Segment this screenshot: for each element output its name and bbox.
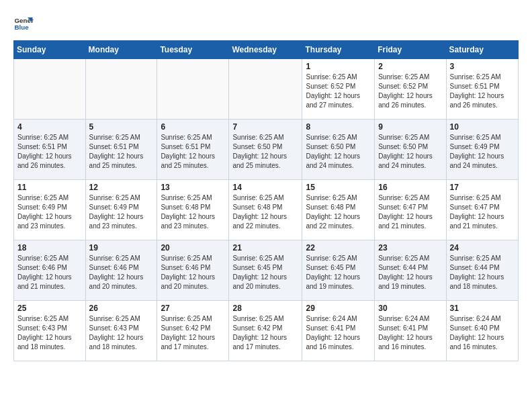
- day-cell: 12Sunrise: 6:25 AMSunset: 6:49 PMDayligh…: [85, 180, 157, 240]
- day-info: Sunrise: 6:25 AMSunset: 6:46 PMDaylight:…: [17, 254, 82, 291]
- day-number: 27: [161, 304, 225, 313]
- day-info: Sunrise: 6:25 AMSunset: 6:49 PMDaylight:…: [17, 193, 82, 231]
- day-cell: 5Sunrise: 6:25 AMSunset: 6:51 PMDaylight…: [85, 120, 157, 180]
- day-number: 26: [89, 304, 154, 313]
- day-cell: 14Sunrise: 6:25 AMSunset: 6:48 PMDayligh…: [229, 180, 302, 240]
- day-cell: 22Sunrise: 6:25 AMSunset: 6:45 PMDayligh…: [302, 240, 375, 301]
- day-cell: 24Sunrise: 6:25 AMSunset: 6:44 PMDayligh…: [446, 240, 518, 301]
- header-cell-saturday: Saturday: [446, 41, 518, 59]
- day-cell: [14, 59, 86, 120]
- day-number: 25: [17, 304, 82, 313]
- day-cell: 21Sunrise: 6:25 AMSunset: 6:45 PMDayligh…: [229, 240, 302, 301]
- day-info: Sunrise: 6:24 AMSunset: 6:41 PMDaylight:…: [378, 314, 442, 352]
- day-cell: 23Sunrise: 6:25 AMSunset: 6:44 PMDayligh…: [375, 240, 446, 301]
- day-cell: 9Sunrise: 6:25 AMSunset: 6:50 PMDaylight…: [375, 120, 446, 180]
- day-info: Sunrise: 6:25 AMSunset: 6:51 PMDaylight:…: [450, 73, 515, 110]
- header-cell-sunday: Sunday: [14, 41, 86, 59]
- week-row-3: 11Sunrise: 6:25 AMSunset: 6:49 PMDayligh…: [14, 180, 519, 240]
- calendar-table: SundayMondayTuesdayWednesdayThursdayFrid…: [13, 40, 519, 361]
- day-info: Sunrise: 6:24 AMSunset: 6:41 PMDaylight:…: [306, 314, 371, 352]
- day-number: 23: [378, 243, 442, 253]
- day-cell: 10Sunrise: 6:25 AMSunset: 6:49 PMDayligh…: [446, 120, 518, 180]
- day-number: 16: [378, 183, 442, 192]
- day-cell: 6Sunrise: 6:25 AMSunset: 6:51 PMDaylight…: [157, 120, 229, 180]
- header-cell-tuesday: Tuesday: [157, 41, 229, 59]
- day-number: 13: [161, 183, 225, 192]
- day-number: 18: [17, 243, 82, 253]
- day-cell: 28Sunrise: 6:25 AMSunset: 6:42 PMDayligh…: [229, 301, 302, 361]
- day-number: 6: [161, 122, 225, 132]
- day-info: Sunrise: 6:25 AMSunset: 6:42 PMDaylight:…: [161, 314, 225, 352]
- day-info: Sunrise: 6:25 AMSunset: 6:51 PMDaylight:…: [17, 133, 82, 171]
- day-cell: 19Sunrise: 6:25 AMSunset: 6:46 PMDayligh…: [85, 240, 157, 301]
- day-number: 9: [378, 122, 442, 132]
- day-cell: 31Sunrise: 6:24 AMSunset: 6:40 PMDayligh…: [446, 301, 518, 361]
- day-cell: 7Sunrise: 6:25 AMSunset: 6:50 PMDaylight…: [229, 120, 302, 180]
- day-number: 29: [306, 304, 371, 313]
- day-info: Sunrise: 6:25 AMSunset: 6:45 PMDaylight:…: [306, 254, 371, 291]
- day-cell: 16Sunrise: 6:25 AMSunset: 6:47 PMDayligh…: [375, 180, 446, 240]
- day-info: Sunrise: 6:25 AMSunset: 6:51 PMDaylight:…: [89, 133, 154, 171]
- header-cell-thursday: Thursday: [302, 41, 375, 59]
- day-number: 24: [450, 243, 515, 253]
- day-number: 21: [232, 243, 298, 253]
- day-cell: 1Sunrise: 6:25 AMSunset: 6:52 PMDaylight…: [302, 59, 375, 120]
- day-number: 30: [378, 304, 442, 313]
- day-info: Sunrise: 6:25 AMSunset: 6:50 PMDaylight:…: [378, 133, 442, 171]
- day-info: Sunrise: 6:25 AMSunset: 6:52 PMDaylight:…: [378, 73, 442, 110]
- day-cell: 8Sunrise: 6:25 AMSunset: 6:50 PMDaylight…: [302, 120, 375, 180]
- day-info: Sunrise: 6:25 AMSunset: 6:50 PMDaylight:…: [306, 133, 371, 171]
- header-cell-wednesday: Wednesday: [229, 41, 302, 59]
- day-info: Sunrise: 6:25 AMSunset: 6:45 PMDaylight:…: [232, 254, 298, 291]
- day-number: 15: [306, 183, 371, 192]
- day-info: Sunrise: 6:25 AMSunset: 6:44 PMDaylight:…: [378, 254, 442, 291]
- day-cell: 15Sunrise: 6:25 AMSunset: 6:48 PMDayligh…: [302, 180, 375, 240]
- day-info: Sunrise: 6:25 AMSunset: 6:47 PMDaylight:…: [378, 193, 442, 231]
- day-number: 11: [17, 183, 82, 192]
- day-number: 10: [450, 122, 515, 132]
- day-number: 7: [232, 122, 298, 132]
- day-number: 17: [450, 183, 515, 192]
- day-info: Sunrise: 6:25 AMSunset: 6:44 PMDaylight:…: [450, 254, 515, 291]
- day-number: 1: [306, 62, 371, 71]
- header-row: SundayMondayTuesdayWednesdayThursdayFrid…: [14, 41, 519, 59]
- day-cell: [229, 59, 302, 120]
- day-info: Sunrise: 6:25 AMSunset: 6:47 PMDaylight:…: [450, 193, 515, 231]
- day-cell: 25Sunrise: 6:25 AMSunset: 6:43 PMDayligh…: [14, 301, 86, 361]
- day-cell: 27Sunrise: 6:25 AMSunset: 6:42 PMDayligh…: [157, 301, 229, 361]
- day-number: 22: [306, 243, 371, 253]
- week-row-2: 4Sunrise: 6:25 AMSunset: 6:51 PMDaylight…: [14, 120, 519, 180]
- day-info: Sunrise: 6:25 AMSunset: 6:46 PMDaylight:…: [161, 254, 225, 291]
- day-number: 4: [17, 122, 82, 132]
- day-info: Sunrise: 6:25 AMSunset: 6:48 PMDaylight:…: [306, 193, 371, 231]
- day-number: 2: [378, 62, 442, 71]
- day-cell: 18Sunrise: 6:25 AMSunset: 6:46 PMDayligh…: [14, 240, 86, 301]
- day-info: Sunrise: 6:25 AMSunset: 6:46 PMDaylight:…: [89, 254, 154, 291]
- day-info: Sunrise: 6:24 AMSunset: 6:40 PMDaylight:…: [450, 314, 515, 352]
- day-number: 14: [232, 183, 298, 192]
- svg-text:Blue: Blue: [15, 24, 30, 31]
- day-cell: 2Sunrise: 6:25 AMSunset: 6:52 PMDaylight…: [375, 59, 446, 120]
- day-cell: 29Sunrise: 6:24 AMSunset: 6:41 PMDayligh…: [302, 301, 375, 361]
- day-number: 31: [450, 304, 515, 313]
- logo: General Blue: [13, 13, 34, 34]
- day-cell: 3Sunrise: 6:25 AMSunset: 6:51 PMDaylight…: [446, 59, 518, 120]
- day-number: 20: [161, 243, 225, 253]
- day-cell: 20Sunrise: 6:25 AMSunset: 6:46 PMDayligh…: [157, 240, 229, 301]
- day-number: 8: [306, 122, 371, 132]
- logo-icon: General Blue: [13, 13, 34, 34]
- day-cell: 17Sunrise: 6:25 AMSunset: 6:47 PMDayligh…: [446, 180, 518, 240]
- day-number: 5: [89, 122, 154, 132]
- day-cell: 11Sunrise: 6:25 AMSunset: 6:49 PMDayligh…: [14, 180, 86, 240]
- day-cell: [85, 59, 157, 120]
- day-info: Sunrise: 6:25 AMSunset: 6:48 PMDaylight:…: [232, 193, 298, 231]
- week-row-5: 25Sunrise: 6:25 AMSunset: 6:43 PMDayligh…: [14, 301, 519, 361]
- header-cell-friday: Friday: [375, 41, 446, 59]
- day-info: Sunrise: 6:25 AMSunset: 6:48 PMDaylight:…: [161, 193, 225, 231]
- week-row-1: 1Sunrise: 6:25 AMSunset: 6:52 PMDaylight…: [14, 59, 519, 120]
- day-cell: 26Sunrise: 6:25 AMSunset: 6:43 PMDayligh…: [85, 301, 157, 361]
- day-number: 28: [232, 304, 298, 313]
- day-info: Sunrise: 6:25 AMSunset: 6:43 PMDaylight:…: [89, 314, 154, 352]
- week-row-4: 18Sunrise: 6:25 AMSunset: 6:46 PMDayligh…: [14, 240, 519, 301]
- day-cell: 4Sunrise: 6:25 AMSunset: 6:51 PMDaylight…: [14, 120, 86, 180]
